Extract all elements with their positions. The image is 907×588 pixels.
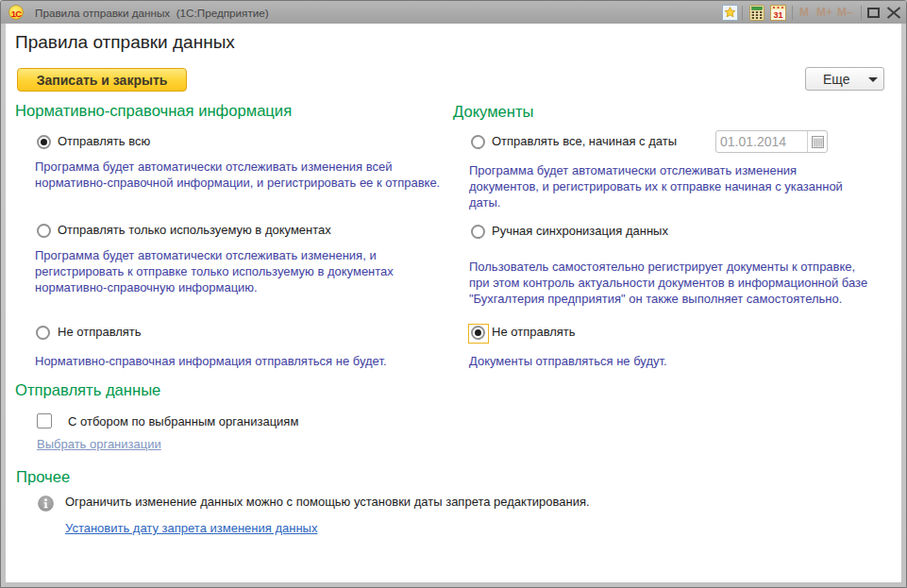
svg-text:31: 31 (773, 10, 782, 20)
